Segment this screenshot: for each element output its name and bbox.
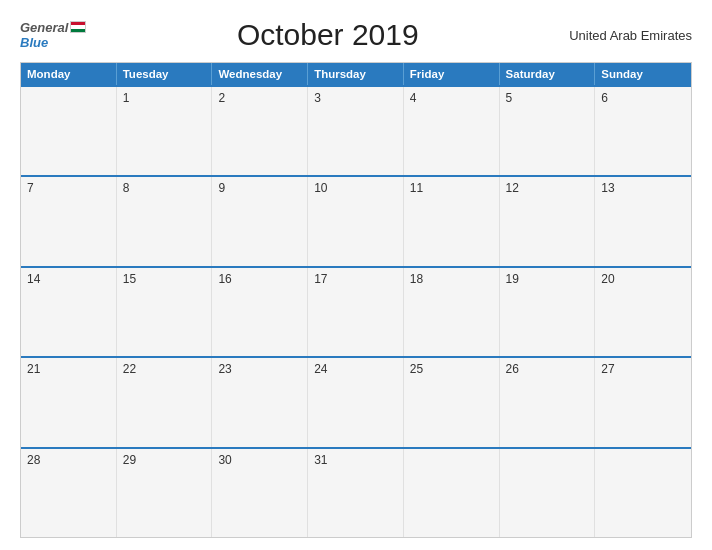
cell-w4-sun: 27 bbox=[595, 358, 691, 446]
month-title: October 2019 bbox=[86, 18, 569, 52]
calendar-page: General Blue October 2019 United Arab Em… bbox=[0, 0, 712, 550]
header-wednesday: Wednesday bbox=[212, 63, 308, 85]
header-saturday: Saturday bbox=[500, 63, 596, 85]
week-1: 1 2 3 4 5 6 bbox=[21, 85, 691, 175]
header-tuesday: Tuesday bbox=[117, 63, 213, 85]
week-2: 7 8 9 10 11 12 13 bbox=[21, 175, 691, 265]
cell-w5-tue: 29 bbox=[117, 449, 213, 537]
cell-w1-wed: 2 bbox=[212, 87, 308, 175]
week-5: 28 29 30 31 bbox=[21, 447, 691, 537]
cell-w4-thu: 24 bbox=[308, 358, 404, 446]
cell-w2-sat: 12 bbox=[500, 177, 596, 265]
cell-w1-sat: 5 bbox=[500, 87, 596, 175]
cell-w2-wed: 9 bbox=[212, 177, 308, 265]
cell-w4-mon: 21 bbox=[21, 358, 117, 446]
logo: General Blue bbox=[20, 21, 86, 50]
cell-w5-thu: 31 bbox=[308, 449, 404, 537]
cell-w2-sun: 13 bbox=[595, 177, 691, 265]
header-friday: Friday bbox=[404, 63, 500, 85]
logo-flag-icon bbox=[70, 21, 86, 33]
cell-w5-sun bbox=[595, 449, 691, 537]
cell-w5-sat bbox=[500, 449, 596, 537]
cell-w5-wed: 30 bbox=[212, 449, 308, 537]
cell-w4-tue: 22 bbox=[117, 358, 213, 446]
calendar: Monday Tuesday Wednesday Thursday Friday… bbox=[20, 62, 692, 538]
week-4: 21 22 23 24 25 26 27 bbox=[21, 356, 691, 446]
calendar-header: Monday Tuesday Wednesday Thursday Friday… bbox=[21, 63, 691, 85]
cell-w2-mon: 7 bbox=[21, 177, 117, 265]
header-sunday: Sunday bbox=[595, 63, 691, 85]
cell-w5-fri bbox=[404, 449, 500, 537]
cell-w2-thu: 10 bbox=[308, 177, 404, 265]
cell-w4-fri: 25 bbox=[404, 358, 500, 446]
cell-w1-mon bbox=[21, 87, 117, 175]
logo-blue-text: Blue bbox=[20, 35, 48, 50]
header-monday: Monday bbox=[21, 63, 117, 85]
cell-w4-wed: 23 bbox=[212, 358, 308, 446]
calendar-body: 1 2 3 4 5 6 7 8 9 10 11 12 13 14 15 16 bbox=[21, 85, 691, 537]
cell-w1-thu: 3 bbox=[308, 87, 404, 175]
cell-w1-tue: 1 bbox=[117, 87, 213, 175]
logo-general-text: General bbox=[20, 21, 68, 34]
cell-w4-sat: 26 bbox=[500, 358, 596, 446]
cell-w2-tue: 8 bbox=[117, 177, 213, 265]
cell-w3-thu: 17 bbox=[308, 268, 404, 356]
header-thursday: Thursday bbox=[308, 63, 404, 85]
header: General Blue October 2019 United Arab Em… bbox=[20, 18, 692, 52]
cell-w3-fri: 18 bbox=[404, 268, 500, 356]
cell-w5-mon: 28 bbox=[21, 449, 117, 537]
cell-w2-fri: 11 bbox=[404, 177, 500, 265]
country-label: United Arab Emirates bbox=[569, 28, 692, 43]
cell-w1-sun: 6 bbox=[595, 87, 691, 175]
cell-w3-mon: 14 bbox=[21, 268, 117, 356]
cell-w1-fri: 4 bbox=[404, 87, 500, 175]
week-3: 14 15 16 17 18 19 20 bbox=[21, 266, 691, 356]
cell-w3-sat: 19 bbox=[500, 268, 596, 356]
cell-w3-sun: 20 bbox=[595, 268, 691, 356]
cell-w3-wed: 16 bbox=[212, 268, 308, 356]
cell-w3-tue: 15 bbox=[117, 268, 213, 356]
